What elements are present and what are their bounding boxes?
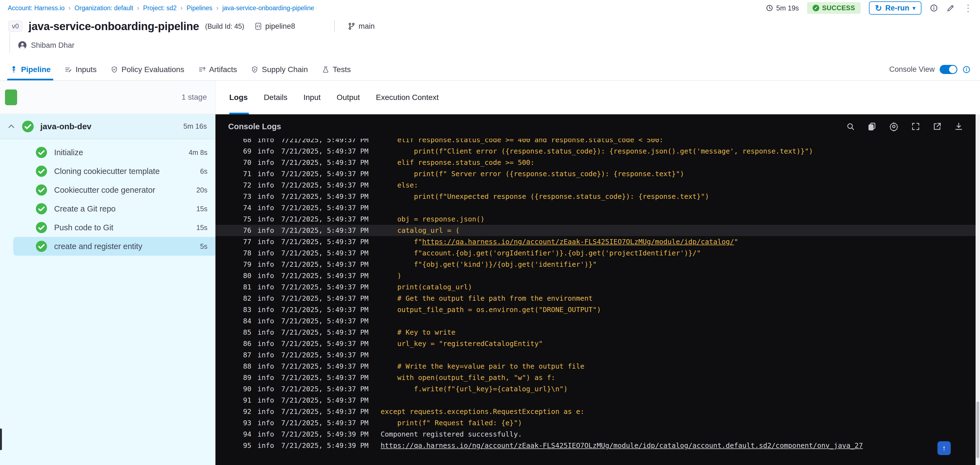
console-view-toggle[interactable] <box>940 65 957 74</box>
breadcrumb-item-project[interactable]: Project: sd2 <box>143 5 177 12</box>
stage-row[interactable]: java-onb-dev 5m 16s <box>0 114 215 139</box>
console-toolbar <box>846 122 963 132</box>
divider <box>334 20 335 32</box>
log-level: info <box>258 317 275 325</box>
log-timestamp: 7/21/2025, 5:49:37 PM <box>281 306 373 314</box>
step-cookiecutter-code-generator[interactable]: Cookiecutter code generator20s <box>0 181 215 199</box>
fullscreen-icon[interactable] <box>911 122 920 131</box>
open-in-new-icon[interactable] <box>932 122 942 131</box>
log-timestamp: 7/21/2025, 5:49:37 PM <box>281 181 373 189</box>
step-create-and-register-entity[interactable]: create and register entity5s <box>13 237 215 256</box>
log-message: with open(output_file_path, "w") as f: <box>380 374 555 382</box>
chevron-up-icon[interactable] <box>7 122 16 131</box>
log-line-70: 70info7/21/2025, 5:49:37 PM elif respons… <box>215 157 980 168</box>
download-icon[interactable] <box>954 122 963 131</box>
log-line-number: 77 <box>238 238 251 246</box>
tab-tests[interactable]: Tests <box>322 59 351 80</box>
info-icon[interactable] <box>963 65 970 74</box>
success-check-icon <box>22 120 34 133</box>
log-message: Component registered successfully. <box>380 430 522 438</box>
detail-tab-logs[interactable]: Logs <box>229 81 248 114</box>
log-timestamp: 7/21/2025, 5:49:39 PM <box>281 441 373 449</box>
step-duration: 6s <box>200 167 207 175</box>
tab-pipeline[interactable]: Pipeline <box>10 59 51 80</box>
detail-tab-details[interactable]: Details <box>264 81 288 114</box>
status-check-icon: ✓ <box>813 5 819 11</box>
branch-chip[interactable]: main <box>347 22 375 31</box>
breadcrumb-item-account[interactable]: Account: Harness.io <box>8 5 65 12</box>
info-button[interactable] <box>930 4 938 12</box>
log-level: info <box>258 362 275 370</box>
tab-supply-chain[interactable]: Supply Chain <box>251 59 308 80</box>
log-message: print(f"Client error ({response.status_c… <box>380 147 813 155</box>
breadcrumb-item-organization[interactable]: Organization: default <box>75 5 133 12</box>
scrollbar-thumb[interactable] <box>977 402 979 458</box>
step-push-code-to-git[interactable]: Push code to Git15s <box>0 218 215 237</box>
log-level: info <box>258 374 275 382</box>
log-message: # Get the output file path from the envi… <box>380 294 593 302</box>
info-icon <box>930 4 938 12</box>
log-message: else: <box>380 181 418 189</box>
breadcrumb-separator: › <box>68 4 71 12</box>
repo-chip[interactable]: pipeline8 <box>254 22 295 31</box>
step-duration: 20s <box>196 186 207 194</box>
left-scroll-remnant <box>0 428 2 450</box>
chevron-down-icon: ▾ <box>913 5 915 11</box>
log-timestamp: 7/21/2025, 5:49:37 PM <box>281 192 373 200</box>
log-level: info <box>258 272 275 280</box>
log-line-91: 91info7/21/2025, 5:49:37 PM <box>215 395 980 406</box>
log-level: info <box>258 340 275 348</box>
log-level: info <box>258 419 275 427</box>
success-check-icon <box>35 184 48 196</box>
breadcrumb-item-pipelines[interactable]: Pipelines <box>187 5 212 12</box>
log-timestamp: 7/21/2025, 5:49:37 PM <box>281 351 373 359</box>
log-level: info <box>258 238 275 246</box>
detail-tab-input[interactable]: Input <box>303 81 320 114</box>
breadcrumb-item-java-service-onboarding-pipeline[interactable]: java-service-onboarding-pipeline <box>222 5 314 12</box>
log-timestamp: 7/21/2025, 5:49:37 PM <box>281 419 373 427</box>
log-line-93: 93info7/21/2025, 5:49:37 PM print(f" Req… <box>215 417 980 428</box>
log-message: obj = response.json() <box>380 215 484 223</box>
log-message: f"account.{obj.get('orgIdentifier')}.{ob… <box>380 249 701 257</box>
detail-tab-execution-context[interactable]: Execution Context <box>376 81 439 114</box>
log-message: url_key = "registeredCatalogEntity" <box>380 340 543 348</box>
step-create-a-git-repo[interactable]: Create a Git repo15s <box>0 199 215 218</box>
refresh-icon: ↻ <box>875 3 882 13</box>
log-link[interactable]: https://qa.harness.io/ng/account/zEaak-F… <box>422 238 734 246</box>
log-scrollbar[interactable] <box>975 114 980 465</box>
scroll-to-top-button[interactable]: ↑ <box>937 441 951 455</box>
triggered-by: Shibam Dhar <box>0 35 980 52</box>
rerun-button[interactable]: ↻ Re-run ▾ <box>869 2 921 14</box>
repository-icon <box>254 22 262 30</box>
log-level: info <box>258 181 275 189</box>
detail-tab-bar: LogsDetailsInputOutputExecution Context <box>215 81 980 114</box>
log-line-87: 87info7/21/2025, 5:49:37 PM <box>215 349 980 360</box>
log-timestamp: 7/21/2025, 5:49:37 PM <box>281 204 373 212</box>
log-line-number: 95 <box>238 441 251 449</box>
log-level: info <box>258 170 275 178</box>
rerun-label: Re-run <box>885 4 909 13</box>
step-duration: 15s <box>196 205 207 213</box>
log-line-number: 71 <box>238 170 251 178</box>
settings-icon[interactable] <box>889 122 899 132</box>
tab-artifacts[interactable]: Artifacts <box>198 59 237 80</box>
detail-tab-output[interactable]: Output <box>337 81 360 114</box>
log-line-number: 89 <box>238 374 251 382</box>
log-line-71: 71info7/21/2025, 5:49:37 PM print(f" Ser… <box>215 168 980 179</box>
log-timestamp: 7/21/2025, 5:49:37 PM <box>281 238 373 246</box>
breadcrumb-separator: › <box>137 4 139 12</box>
log-link[interactable]: https://qa.harness.io/ng/account/zEaak-F… <box>380 441 863 449</box>
copy-icon[interactable] <box>867 122 877 131</box>
more-options-button[interactable]: ⋮ <box>963 3 973 13</box>
log-viewer: 68info7/21/2025, 5:49:37 PM elif respons… <box>215 134 980 451</box>
tab-policy-evaluations[interactable]: Policy Evaluations <box>110 59 184 80</box>
edit-pipeline-button[interactable] <box>946 3 955 13</box>
step-initialize[interactable]: Initialize4m 8s <box>0 143 215 162</box>
success-check-icon <box>35 146 48 159</box>
step-list: Initialize4m 8sCloning cookiecutter temp… <box>0 139 215 256</box>
log-line-number: 73 <box>238 192 251 200</box>
tab-inputs[interactable]: Inputs <box>64 59 96 80</box>
log-message: print(catalog_url) <box>380 283 472 291</box>
step-cloning-cookiecutter-template[interactable]: Cloning cookiecutter template6s <box>0 162 215 181</box>
search-icon[interactable] <box>846 122 855 131</box>
